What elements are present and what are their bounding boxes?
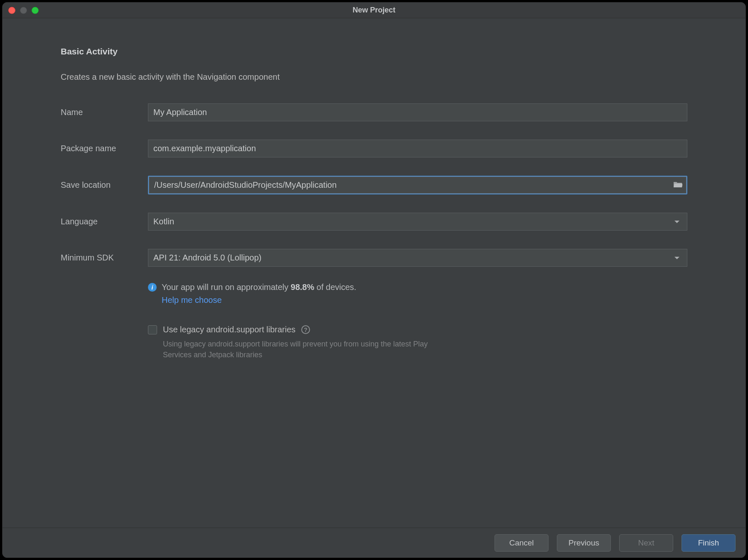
cancel-button[interactable]: Cancel xyxy=(495,534,549,552)
legacy-support-checkbox[interactable] xyxy=(148,325,157,334)
language-select[interactable]: Kotlin xyxy=(148,213,687,231)
chevron-down-icon xyxy=(674,221,679,223)
language-value: Kotlin xyxy=(153,217,174,226)
sdk-info-block: i Your app will run on approximately 98.… xyxy=(148,282,687,305)
location-input-wrap xyxy=(148,176,687,194)
browse-folder-icon[interactable] xyxy=(673,181,682,189)
legacy-note: Using legacy android.support libraries w… xyxy=(163,339,437,360)
save-location-input[interactable] xyxy=(149,177,686,194)
info-icon: i xyxy=(148,283,157,292)
row-minsdk: Minimum SDK API 21: Android 5.0 (Lollipo… xyxy=(61,249,687,267)
page-description: Creates a new basic activity with the Na… xyxy=(61,72,687,82)
chevron-down-icon xyxy=(674,257,679,259)
new-project-dialog: New Project Basic Activity Creates a new… xyxy=(2,2,746,558)
minimum-sdk-select[interactable]: API 21: Android 5.0 (Lollipop) xyxy=(148,249,687,267)
dialog-content: Basic Activity Creates a new basic activ… xyxy=(2,18,746,528)
help-icon[interactable]: ? xyxy=(301,325,310,334)
window-maximize-button[interactable] xyxy=(32,7,39,14)
row-language: Language Kotlin xyxy=(61,213,687,231)
help-me-choose-link[interactable]: Help me choose xyxy=(162,295,222,305)
row-package: Package name xyxy=(61,140,687,157)
finish-button[interactable]: Finish xyxy=(682,534,736,552)
legacy-checkbox-row: Use legacy android.support libraries ? xyxy=(148,325,687,334)
legacy-checkbox-label: Use legacy android.support libraries xyxy=(163,325,295,334)
language-label: Language xyxy=(61,217,148,226)
window-controls xyxy=(8,7,39,14)
location-label: Save location xyxy=(61,180,148,190)
row-location: Save location xyxy=(61,176,687,194)
window-title: New Project xyxy=(352,6,395,15)
minsdk-value: API 21: Android 5.0 (Lollipop) xyxy=(153,253,261,263)
titlebar: New Project xyxy=(2,2,746,18)
window-close-button[interactable] xyxy=(8,7,15,14)
sdk-coverage-info: i Your app will run on approximately 98.… xyxy=(148,282,687,292)
next-button: Next xyxy=(619,534,673,552)
name-input[interactable] xyxy=(148,103,687,121)
legacy-block: Use legacy android.support libraries ? U… xyxy=(148,325,687,360)
dialog-footer: Cancel Previous Next Finish xyxy=(2,528,746,558)
name-label: Name xyxy=(61,108,148,117)
previous-button[interactable]: Previous xyxy=(557,534,611,552)
page-heading: Basic Activity xyxy=(61,47,687,56)
package-name-input[interactable] xyxy=(148,140,687,157)
package-label: Package name xyxy=(61,144,148,153)
minsdk-label: Minimum SDK xyxy=(61,253,148,263)
sdk-coverage-text: Your app will run on approximately 98.8%… xyxy=(162,282,356,292)
row-name: Name xyxy=(61,103,687,121)
window-minimize-button[interactable] xyxy=(20,7,27,14)
